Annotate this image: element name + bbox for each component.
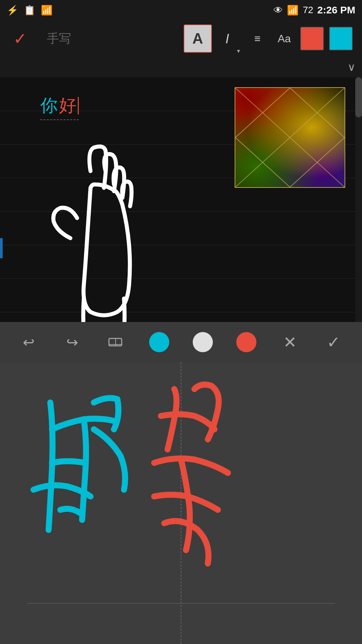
status-bar: ⚡ 📋 📶 👁 📶 72 2:26 PM [0, 0, 362, 20]
toolbar-title: 手写 [34, 27, 84, 50]
confirm-button[interactable]: ✓ [7, 26, 34, 51]
color-picker-overlay [235, 88, 345, 187]
font-size-button[interactable]: Aa [271, 25, 298, 52]
canvas-text-area: 你 好 [40, 94, 79, 117]
main-toolbar: ✓ 手写 A I ▾ ≡ Aa [0, 20, 362, 57]
color-teal-button[interactable] [329, 27, 353, 50]
left-margin-marker [0, 238, 3, 258]
usb-icon: ⚡ [7, 5, 18, 16]
color-red-hw-button[interactable] [231, 327, 261, 357]
canvas-text-red: 好 [59, 94, 76, 117]
check-icon: ✓ [327, 333, 340, 352]
red-color-circle [236, 332, 256, 352]
color-white-hw-button[interactable] [188, 327, 218, 357]
text-cursor [78, 97, 79, 114]
redo-icon: ↪ [66, 334, 78, 351]
hw-confirm-button[interactable]: ✓ [318, 327, 349, 357]
redo-button[interactable]: ↪ [57, 327, 87, 357]
text-underline [40, 119, 79, 120]
battery-label: 72 [303, 5, 313, 15]
font-style-button[interactable]: A [184, 25, 211, 52]
eye-icon: 👁 [274, 5, 283, 16]
toolbar-secondary: ∨ [0, 57, 362, 77]
wifi-icon: 📶 [41, 5, 53, 16]
teal-color-circle [149, 332, 169, 352]
hw-close-button[interactable]: ✕ [275, 327, 305, 357]
canvas-text-cyan: 你 [40, 94, 58, 117]
color-teal-hw-button[interactable] [144, 327, 174, 357]
erase-button[interactable] [101, 327, 131, 357]
color-picker-box[interactable] [235, 87, 345, 188]
hw-characters-svg [0, 362, 362, 644]
collapse-button[interactable]: ∨ [348, 61, 355, 73]
status-left-icons: ⚡ 📋 📶 [7, 5, 53, 16]
hw-toolbar: ↩ ↪ ✕ ✓ [0, 322, 362, 362]
handwriting-panel: ↩ ↪ ✕ ✓ [0, 322, 362, 644]
signal-icon: 📶 [287, 5, 299, 16]
italic-dropdown-icon: ▾ [237, 47, 240, 55]
color-red-button[interactable] [300, 27, 324, 50]
align-button[interactable]: ≡ [244, 25, 271, 52]
scrollbar-thumb[interactable] [355, 77, 362, 117]
text-style-group: A [184, 24, 212, 53]
time-display: 2:26 PM [317, 4, 355, 16]
status-right-icons: 👁 📶 72 2:26 PM [274, 4, 355, 16]
close-icon: ✕ [283, 333, 297, 352]
italic-button[interactable]: I [214, 25, 241, 52]
white-color-circle [193, 332, 213, 352]
erase-icon [107, 333, 124, 351]
clipboard-icon: 📋 [24, 5, 36, 16]
undo-icon: ↩ [23, 334, 35, 351]
undo-button[interactable]: ↩ [13, 327, 44, 357]
italic-group: I ▾ [214, 25, 241, 52]
hw-writing-area[interactable] [0, 362, 362, 644]
